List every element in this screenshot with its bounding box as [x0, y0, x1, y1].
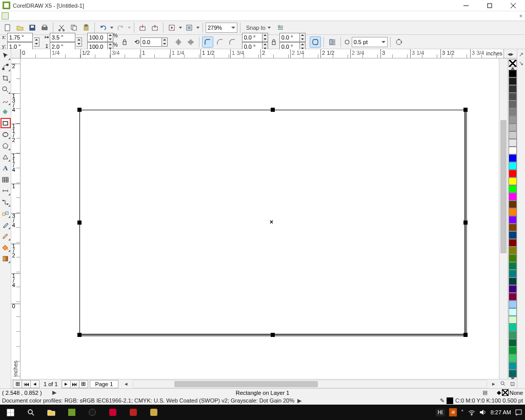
tray-chevron-icon[interactable]: ˄: [461, 409, 464, 416]
color-swatch[interactable]: [509, 285, 517, 293]
mirror-vertical-button[interactable]: [185, 36, 196, 48]
print-button[interactable]: [39, 22, 50, 33]
color-swatch[interactable]: [509, 116, 517, 124]
interactive-fill-tool[interactable]: [1, 253, 11, 264]
horizontal-scrollbar[interactable]: [133, 380, 487, 388]
publish-dropdown-icon[interactable]: [178, 27, 183, 29]
view-navigator-button[interactable]: ⊡: [508, 380, 517, 388]
dimension-tool[interactable]: [1, 186, 11, 196]
volume-icon[interactable]: [479, 409, 487, 415]
corner-tl-input[interactable]: 0.0 °: [242, 33, 262, 42]
scallop-corner-button[interactable]: [214, 36, 226, 48]
color-swatch[interactable]: [509, 347, 517, 354]
color-swatch[interactable]: [509, 293, 517, 301]
start-button[interactable]: [0, 405, 21, 420]
ruler-extend-buttons[interactable]: ◂▸: [503, 49, 517, 58]
explorer-taskbar-icon[interactable]: [41, 405, 62, 420]
fill-swatch[interactable]: ◆ None: [497, 389, 523, 396]
color-swatch[interactable]: [509, 247, 517, 254]
color-swatch[interactable]: [509, 139, 517, 147]
x-position-input[interactable]: 1.75 ": [7, 33, 33, 42]
profiles-arrow-icon[interactable]: ▶: [297, 397, 301, 404]
outline-width-select[interactable]: 0.5 pt: [352, 37, 388, 47]
undo-dropdown-icon[interactable]: [110, 27, 114, 29]
color-swatch[interactable]: [509, 185, 517, 193]
wifi-icon[interactable]: [468, 409, 475, 415]
color-swatch[interactable]: [509, 85, 517, 93]
color-swatch[interactable]: [509, 370, 517, 377]
page-plus-end[interactable]: ⊞: [79, 380, 88, 388]
color-swatch[interactable]: [509, 147, 517, 154]
pick-tool[interactable]: [1, 50, 11, 61]
expand-docker-2[interactable]: ↘: [519, 60, 523, 67]
launcher-dropdown-icon[interactable]: [196, 27, 200, 29]
zoom-level-select[interactable]: 279%: [206, 23, 237, 33]
shape-tool[interactable]: [1, 62, 11, 72]
hscroll-left[interactable]: ◂: [122, 380, 131, 388]
expand-docker-1[interactable]: ↗: [519, 51, 523, 58]
redo-dropdown-icon[interactable]: [127, 27, 131, 29]
app-taskbar-icon-4[interactable]: [144, 405, 164, 420]
color-swatch[interactable]: [509, 108, 517, 116]
mdi-close-icon[interactable]: ×: [517, 13, 525, 19]
text-tool[interactable]: A: [1, 163, 11, 173]
color-swatch[interactable]: [509, 131, 517, 139]
center-marker[interactable]: ×: [270, 218, 273, 226]
handle-mr[interactable]: [463, 221, 468, 225]
width-input[interactable]: 3.5 ": [50, 33, 75, 42]
copy-button[interactable]: [68, 22, 79, 33]
wh-spin[interactable]: [76, 37, 82, 47]
handle-tm[interactable]: [271, 108, 275, 112]
color-swatch[interactable]: [509, 262, 517, 270]
minimize-button[interactable]: [454, 0, 478, 11]
app-launcher-button[interactable]: [184, 22, 195, 33]
handle-ml[interactable]: [77, 221, 82, 225]
corner-tl-spin[interactable]: [262, 33, 268, 42]
snap-to-dropdown[interactable]: Snap to: [243, 23, 274, 33]
undo-button[interactable]: [97, 22, 109, 33]
document-icon[interactable]: [2, 12, 9, 19]
page-last[interactable]: ⏭: [70, 380, 79, 388]
color-swatch[interactable]: [509, 124, 517, 131]
freehand-tool[interactable]: [1, 95, 11, 106]
cut-button[interactable]: [56, 22, 67, 33]
relative-corner-button[interactable]: [310, 36, 321, 48]
color-swatch[interactable]: [509, 177, 517, 185]
horizontal-ruler[interactable]: inches ◂▸ 01/211 1/222 1/233 1/21/43/41 …: [11, 49, 517, 58]
table-tool[interactable]: [1, 174, 11, 185]
color-swatch[interactable]: [509, 224, 517, 231]
color-swatch[interactable]: [509, 254, 517, 262]
text-wrap-button[interactable]: [327, 36, 338, 48]
vertical-ruler[interactable]: inches 21 1/211/201 3/41 1/43/41/4: [11, 58, 21, 379]
chamfer-corner-button[interactable]: [227, 36, 238, 48]
lock-ratio-button[interactable]: [120, 37, 129, 47]
page-next[interactable]: ▸: [62, 380, 71, 388]
crop-tool[interactable]: [1, 73, 11, 83]
color-swatch[interactable]: [509, 277, 517, 285]
redo-button[interactable]: [115, 22, 126, 33]
color-swatch[interactable]: [509, 162, 517, 170]
color-swatch[interactable]: [509, 101, 517, 108]
color-swatch[interactable]: [509, 77, 517, 85]
maximize-button[interactable]: [478, 0, 501, 11]
color-swatch[interactable]: [509, 270, 517, 277]
v-scroll-thumb[interactable]: [500, 120, 507, 253]
page-prev[interactable]: ◂: [30, 380, 39, 388]
color-swatch[interactable]: [509, 354, 517, 362]
convert-to-curves-button[interactable]: [393, 36, 405, 48]
vertical-scrollbar[interactable]: [499, 58, 508, 379]
page-plus-start[interactable]: ⊞: [13, 380, 22, 388]
color-swatch[interactable]: [509, 170, 517, 177]
color-swatch[interactable]: [509, 308, 517, 316]
color-swatch[interactable]: [509, 193, 517, 201]
lang-indicator-2[interactable]: अ: [449, 408, 457, 416]
lang-indicator-1[interactable]: HI: [436, 409, 445, 416]
close-button[interactable]: [501, 0, 525, 11]
color-swatch[interactable]: [509, 324, 517, 331]
clock[interactable]: 8:27 AM: [491, 409, 511, 415]
color-swatch[interactable]: [509, 201, 517, 208]
color-swatch[interactable]: [509, 70, 517, 77]
color-swatch[interactable]: [509, 362, 517, 370]
search-button[interactable]: [21, 405, 41, 420]
round-corner-button[interactable]: [202, 36, 213, 48]
